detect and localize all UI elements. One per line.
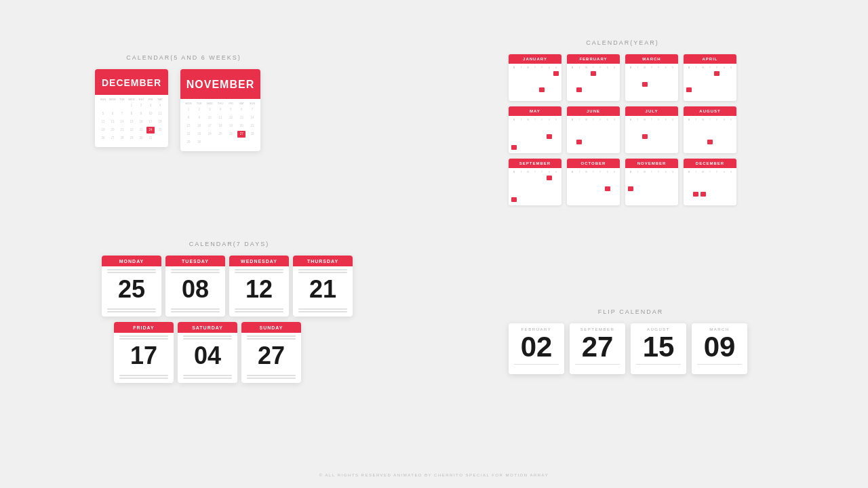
footer: © ALL RIGHTS RESERVED ANIMATED BY CHERRI… [0, 473, 868, 477]
tuesday-header: TUESDAY [165, 256, 225, 266]
november-header: NOVEMBER [180, 69, 260, 99]
july-mini-cal: JULY MTWTFSS ······· ······· ······· ···… [625, 106, 678, 153]
june-mini-cal: JUNE MTWTFSS ······· ······· ······· ···… [567, 106, 620, 153]
december-calendar: DECEMBER SUN MON TUE WED THU FRI SAT 123… [95, 69, 168, 147]
year-grid: JANUARY MTWTFSS ······· ······· ······· … [509, 54, 736, 205]
year-section-label: CALENDAR(YEAR) [509, 39, 736, 46]
monday-number: 25 [102, 274, 161, 307]
flip-february-number: 02 [509, 333, 564, 364]
friday-number: 17 [114, 341, 174, 373]
monday-header: MONDAY [102, 256, 161, 266]
week-row-1: 1234 [99, 102, 164, 109]
sunday-header: SUNDAY [241, 322, 301, 333]
january-mini-cal: JANUARY MTWTFSS ······· ······· ······· … [509, 54, 561, 101]
monday-calendar: MONDAY 25 [102, 256, 161, 317]
flip-cal-september: SEPTEMBER 27 [570, 323, 625, 374]
days-row-2: FRIDAY 17 SATURDAY 04 SUNDAY [114, 322, 357, 383]
week-row-2: 567891011 [99, 110, 164, 117]
nov-week-1: 1234567 [184, 106, 256, 113]
flip-september-number: 27 [570, 333, 625, 364]
august-mini-cal: AUGUST MTWTFSS ······· ······· ······· ·… [684, 106, 736, 153]
wednesday-calendar: WEDNESDAY 12 [229, 256, 289, 317]
saturday-calendar: SATURDAY 04 [178, 322, 237, 383]
november-body: MON TUE WED THU FRI SAT SUN 1234567 8910… [180, 99, 260, 151]
weeks-section: CALENDAR(5 AND 6 WEEKS) DECEMBER SUN MON… [95, 54, 273, 151]
saturday-header: SATURDAY [178, 322, 237, 333]
thursday-header: THURSDAY [293, 256, 353, 266]
december-body: SUN MON TUE WED THU FRI SAT 1234 5678910… [95, 95, 168, 147]
flip-section: FLIP CALENDAR FEBRUARY 02 SEPTEMBER 27 A… [509, 308, 753, 374]
nov-week-3: 15161718192021 [184, 123, 256, 129]
flip-august-number: 15 [631, 333, 686, 364]
nov-week-5: 2930 [184, 139, 256, 146]
january-mini-header: JANUARY [509, 54, 561, 64]
flip-calendars-row: FEBRUARY 02 SEPTEMBER 27 AUGUST 15 MARCH… [509, 323, 753, 374]
thursday-calendar: THURSDAY 21 [293, 256, 353, 317]
january-mini-body: MTWTFSS ······· ······· ······· ······· … [509, 64, 561, 101]
sunday-calendar: SUNDAY 27 [241, 322, 301, 383]
december-header: DECEMBER [95, 69, 168, 95]
week-row-5: 262728293031 [99, 135, 164, 142]
flip-cal-august: AUGUST 15 [631, 323, 686, 374]
thursday-number: 21 [293, 274, 353, 307]
december-mini-cal: DECEMBER MTWTFSS ······· ······· ·······… [684, 159, 736, 205]
days-section: CALENDAR(7 DAYS) MONDAY 25 TUESDAY 08 [102, 241, 357, 383]
april-mini-cal: APRIL MTWTFSS ······· ······· ······· ··… [684, 54, 736, 101]
monday-lines-bottom [102, 307, 161, 317]
may-mini-cal: MAY MTWTFSS ······· ······· ······· ····… [509, 106, 561, 153]
monday-lines-top [102, 266, 161, 274]
march-mini-cal: MARCH MTWTFSS ······· ······· ······· ··… [625, 54, 678, 101]
day-labels-row: SUN MON TUE WED THU FRI SAT [99, 98, 164, 101]
friday-calendar: FRIDAY 17 [114, 322, 174, 383]
november-mini-cal: NOVEMBER MTWTFSS ······· ······· ·······… [625, 159, 678, 205]
nov-week-2: 891011121314 [184, 115, 256, 121]
february-mini-cal: FEBRUARY MTWTFSS ······· ······· ·······… [567, 54, 620, 101]
footer-text: © ALL RIGHTS RESERVED ANIMATED BY CHERRI… [319, 473, 549, 477]
nov-week-4: 22232425262728 [184, 131, 256, 138]
november-calendar: NOVEMBER MON TUE WED THU FRI SAT SUN 123… [180, 69, 260, 151]
tuesday-number: 08 [165, 274, 225, 307]
tuesday-calendar: TUESDAY 08 [165, 256, 225, 317]
october-mini-cal: OCTOBER MTWTFSS ······· ······· ······· … [567, 159, 620, 205]
flip-cal-february: FEBRUARY 02 [509, 323, 564, 374]
flip-cal-march: MARCH 09 [692, 323, 747, 374]
days-section-label: CALENDAR(7 DAYS) [102, 241, 357, 247]
wednesday-header: WEDNESDAY [229, 256, 289, 266]
september-mini-cal: SEPTEMBER MTWTFSS ······· ······· ······… [509, 159, 561, 205]
flip-section-label: FLIP CALENDAR [509, 308, 753, 315]
friday-header: FRIDAY [114, 322, 174, 333]
days-row-1: MONDAY 25 TUESDAY 08 WEDNESD [102, 256, 357, 317]
week-row-4: 19202122232425 [99, 127, 164, 134]
sunday-number: 27 [241, 341, 301, 373]
saturday-number: 04 [178, 341, 237, 373]
wednesday-number: 12 [229, 274, 289, 307]
flip-march-number: 09 [692, 333, 747, 364]
year-section: CALENDAR(YEAR) JANUARY MTWTFSS ······· ·… [509, 39, 736, 205]
weeks-section-label: CALENDAR(5 AND 6 WEEKS) [95, 54, 273, 61]
week-row-3: 12131415161718 [99, 119, 164, 125]
nov-day-labels: MON TUE WED THU FRI SAT SUN [184, 102, 256, 105]
